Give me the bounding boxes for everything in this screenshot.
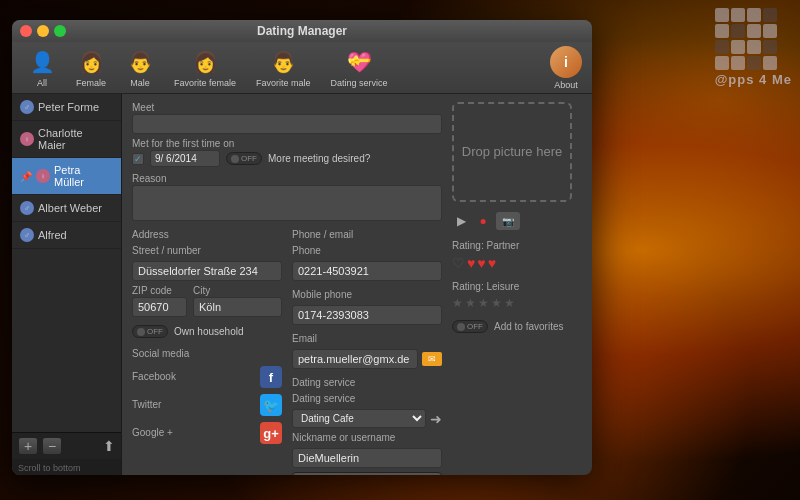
own-household-label: Own household: [174, 326, 244, 337]
sidebar: ♂ Peter Forme ♀ Charlotte Maier 📌 ♀ Petr…: [12, 94, 122, 475]
favorites-toggle[interactable]: OFF: [452, 320, 488, 333]
toolbar-item-fav-female[interactable]: 👩 Favorite female: [168, 46, 242, 90]
main-panel: Meet Met for the first time on ✓ OFF Mor…: [122, 94, 592, 475]
minimize-button[interactable]: [37, 25, 49, 37]
about-label: About: [554, 80, 578, 90]
add-person-button[interactable]: +: [18, 437, 38, 455]
mobile-label: Mobile phone: [292, 289, 442, 300]
name-alfred: Alfred: [38, 229, 67, 241]
pin-icon: 📌: [20, 171, 32, 182]
dating-icon: 💝: [345, 48, 373, 76]
sidebar-item-alfred[interactable]: ♂ Alfred: [12, 222, 121, 249]
watermark: @pps 4 Me: [715, 8, 792, 87]
reason-textarea[interactable]: [132, 185, 442, 221]
share-button[interactable]: ⬆: [103, 438, 115, 454]
picture-drop-area[interactable]: Drop picture here: [452, 102, 572, 202]
reason-section: Reason: [132, 173, 442, 223]
name-albert: Albert Weber: [38, 202, 102, 214]
phone-section: Phone / email Phone Mobile phone Email ✉: [292, 229, 442, 475]
meet-name-input[interactable]: [132, 114, 442, 134]
facebook-icon[interactable]: f: [260, 366, 282, 388]
mobile-input[interactable]: [292, 305, 442, 325]
play-button[interactable]: ▶: [452, 212, 470, 230]
twitter-row: Twitter 🐦: [132, 394, 282, 416]
household-toggle[interactable]: OFF: [132, 325, 168, 338]
avatar-peter: ♂: [20, 100, 34, 114]
star-4[interactable]: ★: [491, 296, 502, 310]
fav-toggle-label: OFF: [467, 322, 483, 331]
toolbar-item-male[interactable]: 👨 Male: [120, 46, 160, 90]
form-left: Meet Met for the first time on ✓ OFF Mor…: [132, 102, 442, 467]
phone-label: Phone: [292, 245, 442, 256]
window-title: Dating Manager: [257, 24, 347, 38]
sidebar-item-charlotte[interactable]: ♀ Charlotte Maier: [12, 121, 121, 158]
dating-dropdown-row: Dating Cafe ➜: [292, 409, 442, 428]
heart-1[interactable]: ♡: [452, 255, 465, 271]
toolbar-item-all[interactable]: 👤 All: [22, 46, 62, 90]
remove-person-button[interactable]: −: [42, 437, 62, 455]
sidebar-item-petra[interactable]: 📌 ♀ Petra Müller: [12, 158, 121, 195]
email-input[interactable]: [292, 349, 418, 369]
zip-city-row: ZIP code City: [132, 285, 282, 317]
reason-label: Reason: [132, 173, 442, 184]
address-section: Address Street / number ZIP code City: [132, 229, 282, 475]
more-meeting-label: More meeting desired?: [268, 153, 370, 164]
avatar-alfred: ♂: [20, 228, 34, 242]
heart-2[interactable]: ♥: [467, 255, 475, 271]
zip-label: ZIP code: [132, 285, 187, 296]
star-2[interactable]: ★: [465, 296, 476, 310]
meeting-toggle[interactable]: OFF: [226, 152, 262, 165]
add-dating-button[interactable]: Add dating service: [292, 472, 442, 475]
sidebar-item-albert[interactable]: ♂ Albert Weber: [12, 195, 121, 222]
phone-input[interactable]: [292, 261, 442, 281]
toggle-dot2: [137, 328, 145, 336]
twitter-icon[interactable]: 🐦: [260, 394, 282, 416]
camera-icon[interactable]: 📷: [496, 212, 520, 230]
street-input[interactable]: [132, 261, 282, 281]
all-label: All: [37, 78, 47, 88]
zip-input[interactable]: [132, 297, 187, 317]
city-input[interactable]: [193, 297, 282, 317]
nickname-input[interactable]: [292, 448, 442, 468]
own-household-row: OFF Own household: [132, 325, 282, 338]
address-label: Address: [132, 229, 282, 240]
media-controls: ▶ ● 📷: [452, 208, 582, 234]
social-section: Social media Facebook f Twitter 🐦: [132, 348, 282, 444]
main-window: Dating Manager 👤 All 👩 Female 👨 Male 👩 F…: [12, 20, 592, 475]
leisure-rating-label: Rating: Leisure: [452, 281, 582, 292]
city-label: City: [193, 285, 282, 296]
sidebar-item-peter[interactable]: ♂ Peter Forme: [12, 94, 121, 121]
meet-row: ✓ OFF More meeting desired?: [132, 150, 442, 167]
fav-female-label: Favorite female: [174, 78, 236, 88]
address-phone-section: Address Street / number ZIP code City: [132, 229, 442, 475]
star-5[interactable]: ★: [504, 296, 515, 310]
toolbar-item-dating[interactable]: 💝 Dating service: [325, 46, 394, 90]
heart-4[interactable]: ♥: [488, 255, 496, 271]
toggle-label: OFF: [241, 154, 257, 163]
sidebar-footer: + − ⬆: [12, 432, 121, 459]
nickname-label: Nickname or username: [292, 432, 442, 443]
maximize-button[interactable]: [54, 25, 66, 37]
google-label: Google +: [132, 427, 254, 438]
record-button[interactable]: ●: [474, 212, 492, 230]
dating-select[interactable]: Dating Cafe: [292, 409, 426, 428]
go-arrow-icon[interactable]: ➜: [430, 411, 442, 427]
heart-3[interactable]: ♥: [477, 255, 485, 271]
star-3[interactable]: ★: [478, 296, 489, 310]
date-checkbox[interactable]: ✓: [132, 153, 144, 165]
date-input[interactable]: [150, 150, 220, 167]
meet-section: Meet Met for the first time on ✓ OFF Mor…: [132, 102, 442, 167]
toolbar-item-female[interactable]: 👩 Female: [70, 46, 112, 90]
female-icon: 👩: [77, 48, 105, 76]
facebook-label: Facebook: [132, 371, 254, 382]
toolbar-item-fav-male[interactable]: 👨 Favorite male: [250, 46, 317, 90]
rating-section: Rating: Partner ♡ ♥ ♥ ♥ Rating: Leisure …: [452, 240, 582, 310]
male-icon: 👨: [126, 48, 154, 76]
email-icon[interactable]: ✉: [422, 352, 442, 366]
google-icon[interactable]: g+: [260, 422, 282, 444]
partner-hearts: ♡ ♥ ♥ ♥: [452, 255, 582, 271]
close-button[interactable]: [20, 25, 32, 37]
about-button[interactable]: i About: [550, 46, 582, 90]
email-row: ✉: [292, 349, 442, 369]
star-1[interactable]: ★: [452, 296, 463, 310]
